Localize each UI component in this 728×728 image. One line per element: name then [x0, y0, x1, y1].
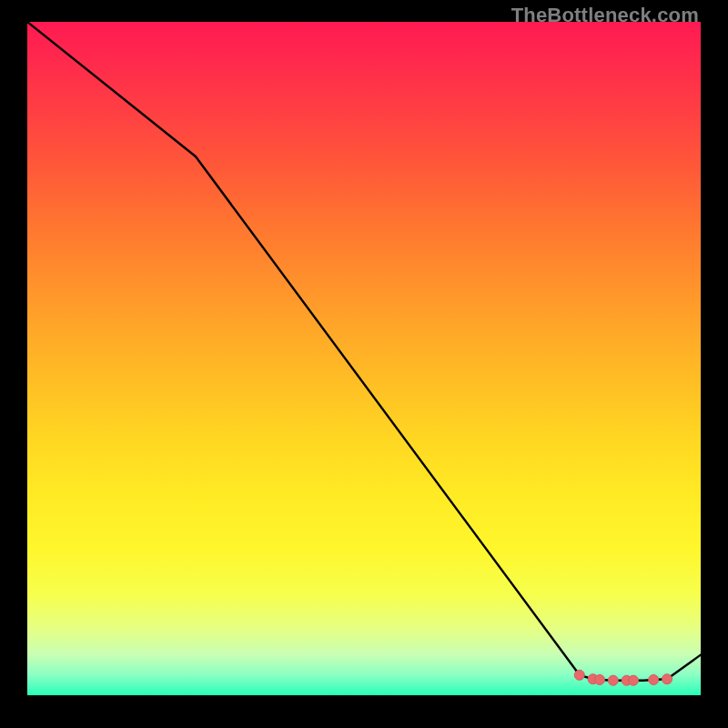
line-layer — [27, 22, 701, 681]
marker-point — [629, 675, 639, 685]
chart-svg — [27, 22, 701, 695]
marker-point — [574, 670, 584, 680]
marker-point — [608, 675, 618, 685]
marker-point — [662, 674, 672, 684]
marker-point — [649, 674, 659, 684]
marker-point — [595, 674, 605, 684]
series-curve — [27, 22, 701, 681]
highlight-markers — [574, 670, 672, 685]
chart-frame: TheBottleneck.com — [0, 0, 728, 728]
plot-area — [27, 22, 701, 695]
